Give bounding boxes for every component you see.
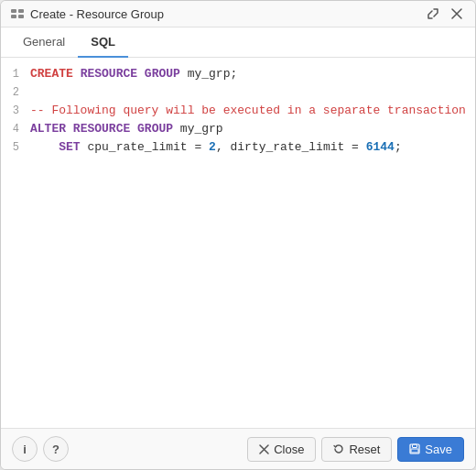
resource-group-icon [10, 6, 25, 21]
close-button[interactable]: Close [247, 437, 316, 462]
svg-rect-2 [11, 15, 16, 18]
code-line-3: 3 -- Following query will be executed in… [1, 102, 475, 120]
code-line-1: 1 CREATE RESOURCE GROUP my_grp; [1, 65, 475, 83]
help-button[interactable]: ? [43, 436, 69, 462]
code-line-2: 2 [1, 83, 475, 102]
tab-general[interactable]: General [10, 27, 78, 58]
sql-code-area[interactable]: 1 CREATE RESOURCE GROUP my_grp; 2 3 -- F… [1, 58, 475, 428]
tab-sql[interactable]: SQL [78, 27, 128, 58]
footer: i ? Close Reset [1, 428, 475, 469]
svg-rect-3 [18, 15, 24, 18]
close-icon [259, 444, 269, 454]
close-window-button[interactable] [448, 6, 466, 21]
line-num-4: 4 [1, 120, 30, 138]
footer-right: Close Reset Save [247, 437, 464, 462]
dialog-title: Create - Resource Group [30, 7, 164, 21]
line-num-3: 3 [1, 102, 30, 120]
title-bar: Create - Resource Group [1, 1, 475, 27]
line-num-1: 1 [1, 65, 30, 83]
svg-rect-0 [11, 9, 16, 13]
line-content-1: CREATE RESOURCE GROUP my_grp; [30, 65, 475, 83]
dialog: Create - Resource Group General SQL 1 CR… [0, 0, 476, 470]
line-num-2: 2 [1, 83, 30, 102]
footer-left: i ? [12, 436, 69, 462]
svg-rect-6 [411, 449, 418, 453]
line-content-4: ALTER RESOURCE GROUP my_grp [30, 120, 475, 138]
reset-label: Reset [349, 443, 380, 456]
tabs: General SQL [1, 27, 475, 58]
info-button[interactable]: i [12, 436, 38, 462]
line-content-3: -- Following query will be executed in a… [30, 102, 475, 120]
close-label: Close [274, 443, 304, 456]
line-content-5: SET cpu_rate_limit = 2, dirty_rate_limit… [30, 138, 475, 157]
save-label: Save [425, 443, 452, 456]
save-icon [409, 443, 420, 454]
line-content-2 [30, 83, 475, 102]
save-button[interactable]: Save [397, 437, 464, 462]
code-line-5: 5 SET cpu_rate_limit = 2, dirty_rate_lim… [1, 138, 475, 157]
title-bar-right [424, 6, 466, 21]
reset-icon [333, 443, 344, 454]
reset-button[interactable]: Reset [321, 437, 392, 462]
svg-rect-1 [18, 9, 24, 13]
line-num-5: 5 [1, 138, 30, 157]
title-bar-left: Create - Resource Group [10, 6, 164, 21]
expand-button[interactable] [424, 6, 442, 21]
code-line-4: 4 ALTER RESOURCE GROUP my_grp [1, 120, 475, 138]
